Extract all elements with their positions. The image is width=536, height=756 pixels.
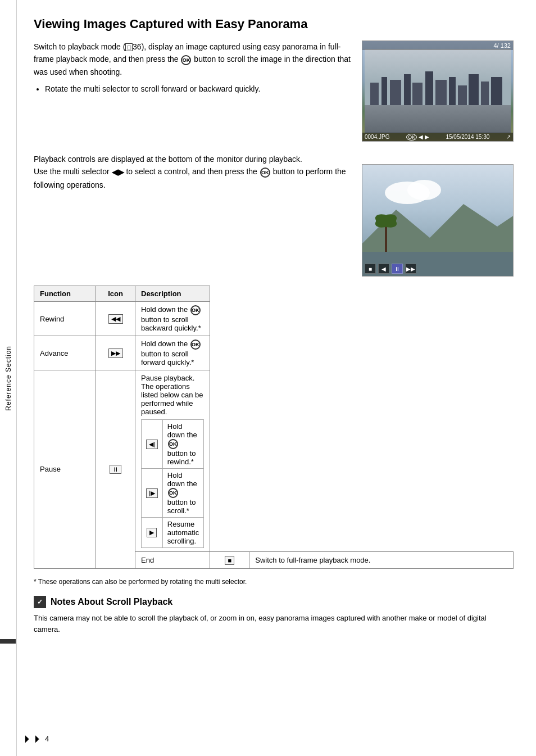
stop-icon-box: ■ bbox=[225, 556, 234, 565]
camera-preview-1: 4/ 132 bbox=[362, 40, 514, 142]
playback-section: Playback controls are displayed at the b… bbox=[34, 153, 514, 277]
svg-rect-13 bbox=[491, 77, 502, 105]
panorama-svg bbox=[362, 165, 514, 277]
panorama-thumbnail-2 bbox=[362, 165, 513, 276]
row-desc-end: Switch to full-frame playback mode. bbox=[249, 552, 514, 569]
page-ref-box: □ bbox=[125, 43, 133, 51]
intro-bullet-1: Rotate the multi selector to scroll forw… bbox=[45, 83, 351, 95]
svg-rect-3 bbox=[381, 77, 387, 105]
stop-control[interactable]: ■ bbox=[365, 264, 376, 274]
pause-sub-table: ◀| Hold down the OK button to rewind.* |… bbox=[141, 419, 204, 548]
playback-controls-bar: ■ ◀ ⏸ ▶▶ bbox=[365, 264, 419, 274]
arrow-selector: ◀▶ bbox=[112, 168, 124, 176]
page-ref-num: 36 bbox=[133, 42, 142, 51]
sub-desc-frame-advance: Hold down the OK button to scroll.* bbox=[162, 469, 203, 518]
notes-section: ✓ Notes About Scroll Playback This camer… bbox=[34, 596, 514, 636]
ok-sub1: OK bbox=[168, 439, 178, 449]
ok-advance: OK bbox=[190, 339, 201, 350]
playback-line1: Playback controls are displayed at the b… bbox=[34, 153, 351, 165]
col-header-function: Function bbox=[34, 286, 96, 302]
row-function-end: End bbox=[135, 552, 210, 569]
col-header-description: Description bbox=[135, 286, 210, 302]
city-svg bbox=[365, 49, 511, 133]
notes-body: This camera may not be able to scroll th… bbox=[34, 613, 514, 636]
pause-control[interactable]: ⏸ bbox=[392, 264, 403, 274]
page-num-icon: ⏵⏵ bbox=[22, 733, 43, 745]
row-desc-pause-main: Pause playback. The operations listed be… bbox=[135, 370, 210, 552]
svg-rect-2 bbox=[370, 83, 379, 105]
pause-desc-text: Pause playback. The operations listed be… bbox=[141, 374, 204, 416]
svg-rect-4 bbox=[390, 80, 401, 105]
rewind-control[interactable]: ◀ bbox=[378, 264, 389, 274]
row-desc-rewind: Hold down the OK button to scroll backwa… bbox=[135, 302, 210, 336]
svg-rect-9 bbox=[449, 77, 456, 105]
sub-desc-play: Resume automatic scrolling. bbox=[162, 518, 203, 548]
advance-icon-box: ▶▶ bbox=[108, 348, 123, 358]
camera-screen-1: 4/ 132 bbox=[362, 40, 514, 142]
notes-title-text: Notes About Scroll Playback bbox=[51, 597, 172, 607]
sidebar: Reference Section bbox=[0, 0, 17, 756]
col-header-icon: Icon bbox=[96, 286, 135, 302]
function-table: Function Icon Description Rewind ◀◀ Hold… bbox=[34, 286, 514, 569]
svg-rect-7 bbox=[425, 71, 433, 105]
table-header-row: Function Icon Description bbox=[34, 286, 514, 302]
rewind-icon-box: ◀◀ bbox=[108, 314, 123, 324]
row-function-pause: Pause bbox=[34, 370, 96, 569]
row-icon-rewind: ◀◀ bbox=[96, 302, 135, 336]
sub-table-row: ◀| Hold down the OK button to rewind.* bbox=[142, 420, 204, 469]
ok-badge: OK bbox=[406, 134, 417, 141]
camera-info-bar: 0004.JPG OK ◀ ▶ 15/05/2014 15:30 ↗ bbox=[362, 133, 513, 141]
page-number: ⏵⏵ 4 bbox=[22, 733, 49, 745]
svg-rect-10 bbox=[458, 85, 467, 105]
svg-point-16 bbox=[407, 180, 441, 200]
camera-end-icon: ↗ bbox=[506, 134, 511, 140]
intro-paragraph: Switch to playback mode (□36), display a… bbox=[34, 40, 351, 78]
camera-filename: 0004.JPG bbox=[365, 134, 389, 140]
camera-ok-indicator: OK ◀ ▶ bbox=[406, 134, 429, 140]
sub-desc-frame-rewind: Hold down the OK button to rewind.* bbox=[162, 420, 203, 469]
sub-icon-frame-rewind: ◀| bbox=[142, 420, 163, 469]
sub-table-row: |▶ Hold down the OK button to scroll.* bbox=[142, 469, 204, 518]
ok-symbol-2: OK bbox=[260, 168, 270, 178]
playback-text: Playback controls are displayed at the b… bbox=[34, 153, 351, 277]
camera-frame-info: 4/ 132 bbox=[362, 41, 513, 50]
camera-date: 15/05/2014 15:30 bbox=[446, 134, 489, 140]
second-preview-screen: ■ ◀ ⏸ ▶▶ bbox=[362, 164, 514, 277]
panorama-thumbnail-1 bbox=[362, 41, 513, 141]
svg-rect-6 bbox=[412, 83, 423, 105]
playback-line2: Use the multi selector ◀▶ to select a co… bbox=[34, 165, 351, 191]
row-icon-end: ■ bbox=[210, 552, 249, 569]
ok-symbol-1: OK bbox=[181, 55, 191, 65]
advance-control[interactable]: ▶▶ bbox=[405, 264, 416, 274]
svg-rect-12 bbox=[481, 82, 489, 105]
table-row: Advance ▶▶ Hold down the OK button to sc… bbox=[34, 336, 514, 370]
table-row: Rewind ◀◀ Hold down the OK button to scr… bbox=[34, 302, 514, 336]
page-num-text: 4 bbox=[45, 735, 49, 743]
table-row: Pause ⏸ Pause playback. The operations l… bbox=[34, 370, 514, 552]
sub-icon-play: ▶ bbox=[142, 518, 163, 548]
ok-sub2: OK bbox=[168, 488, 178, 498]
pause-icon-box: ⏸ bbox=[110, 465, 121, 474]
svg-rect-11 bbox=[469, 74, 479, 105]
play-icon: ▶ bbox=[147, 528, 157, 537]
row-desc-advance: Hold down the OK button to scroll forwar… bbox=[135, 336, 210, 370]
page-title: Viewing Images Captured with Easy Panora… bbox=[34, 17, 514, 31]
frame-advance-icon: |▶ bbox=[146, 488, 158, 498]
footnote: * These operations can also be performed… bbox=[34, 577, 514, 587]
row-icon-advance: ▶▶ bbox=[96, 336, 135, 370]
notes-title: ✓ Notes About Scroll Playback bbox=[34, 596, 514, 608]
sidebar-label: Reference Section bbox=[4, 346, 12, 411]
row-function-rewind: Rewind bbox=[34, 302, 96, 336]
camera-preview-2: ■ ◀ ⏸ ▶▶ bbox=[362, 153, 514, 277]
frame-rewind-icon: ◀| bbox=[146, 440, 158, 449]
intro-section: Switch to playback mode (□36), display a… bbox=[34, 40, 514, 142]
main-content: Viewing Images Captured with Easy Panora… bbox=[17, 0, 536, 756]
row-icon-pause: ⏸ bbox=[96, 370, 135, 569]
intro-text: Switch to playback mode (□36), display a… bbox=[34, 40, 351, 142]
sidebar-tab bbox=[0, 639, 16, 644]
row-function-advance: Advance bbox=[34, 336, 96, 370]
notes-checkmark-icon: ✓ bbox=[34, 596, 46, 608]
svg-rect-5 bbox=[404, 74, 411, 105]
intro-list: Rotate the multi selector to scroll forw… bbox=[45, 83, 351, 95]
frame-count: 4/ 132 bbox=[493, 42, 511, 49]
